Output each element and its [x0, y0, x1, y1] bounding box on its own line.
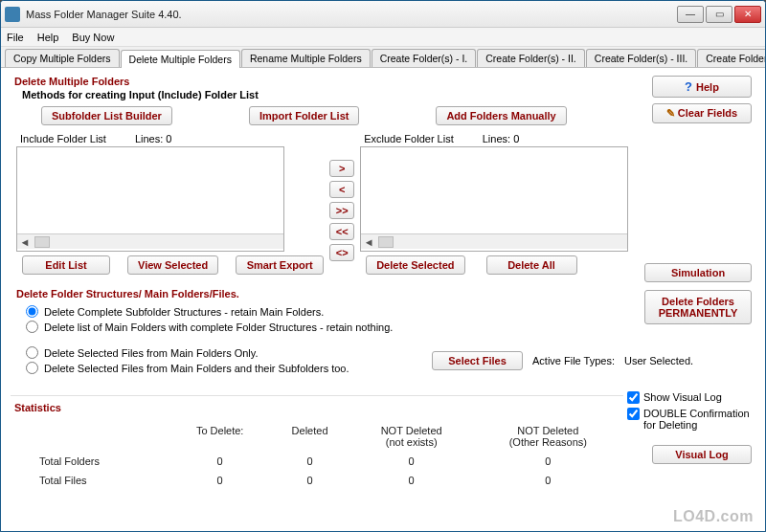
stats-col-notdel-ne: NOT Deleted(not exists): [350, 421, 473, 452]
app-icon: [5, 7, 20, 22]
smart-export-button[interactable]: Smart Export: [236, 255, 324, 275]
tab-create-1[interactable]: Create Folder(s) - I.: [372, 49, 477, 67]
statistics-heading: Statistics: [14, 402, 623, 413]
double-confirm-label: DOUBLE Confirmation for Deleting: [643, 408, 752, 431]
delete-folders-permanently-button[interactable]: Delete FoldersPERMANENTLY: [644, 290, 752, 324]
view-selected-button[interactable]: View Selected: [127, 255, 218, 275]
tab-create-4[interactable]: Create Folder -IV.: [697, 49, 766, 67]
stats-row-files-label: Total Files: [11, 471, 170, 490]
include-folder-listbox[interactable]: ◄: [16, 146, 284, 252]
move-right-button[interactable]: >: [329, 160, 354, 177]
delete-all-button[interactable]: Delete All: [486, 255, 577, 275]
simulation-button[interactable]: Simulation: [644, 263, 752, 282]
delete-opt-4-label: Delete Selected Files from Main Folders …: [44, 363, 349, 374]
visual-log-button[interactable]: Visual Log: [652, 445, 752, 464]
delete-selected-button[interactable]: Delete Selected: [366, 255, 464, 275]
double-confirm-checkbox[interactable]: [627, 408, 640, 420]
delete-opt-2-radio[interactable]: [26, 321, 38, 333]
active-file-types-label: Active File Types:: [532, 355, 615, 366]
statistics-panel: Statistics To Delete: Deleted NOT Delete…: [11, 395, 623, 490]
titlebar: Mass Folder Manager Suite 4.40. — ▭ ✕: [1, 1, 765, 28]
exclude-lines-value: 0: [513, 133, 519, 144]
clear-fields-button[interactable]: Clear Fields: [652, 103, 752, 123]
delete-opt-1-label: Delete Complete Subfolder Structures - r…: [44, 306, 324, 318]
tab-create-3[interactable]: Create Folder(s) - III.: [586, 49, 696, 67]
stats-col-notdel-other: NOT Deleted(Other Reasons): [473, 421, 623, 452]
tab-rename[interactable]: Rename Multiple Folders: [241, 49, 371, 67]
include-list-label: Include Folder List: [20, 133, 106, 144]
tab-copy[interactable]: Copy Multiple Folders: [5, 49, 120, 67]
stats-col-deleted: Deleted: [270, 421, 350, 452]
include-scrollbar[interactable]: ◄: [17, 233, 283, 249]
delete-opt-4-radio[interactable]: [26, 362, 38, 374]
table-row: Total Folders 0 0 0 0: [11, 452, 623, 471]
move-all-right-button[interactable]: >>: [329, 202, 354, 219]
move-all-left-button[interactable]: <<: [329, 223, 354, 240]
close-button[interactable]: ✕: [734, 6, 761, 23]
menubar: File Help Buy Now: [1, 28, 765, 47]
menu-help[interactable]: Help: [37, 32, 59, 43]
move-left-button[interactable]: <: [329, 181, 354, 198]
exclude-folder-listbox[interactable]: ◄: [360, 146, 628, 252]
exclude-scrollbar[interactable]: ◄: [361, 233, 627, 249]
menu-buynow[interactable]: Buy Now: [72, 32, 114, 43]
window-title: Mass Folder Manager Suite 4.40.: [26, 9, 677, 20]
select-files-button[interactable]: Select Files: [432, 351, 523, 370]
table-row: Total Files 0 0 0 0: [11, 471, 623, 490]
tab-content: Delete Multiple Folders Methods for crea…: [1, 68, 765, 531]
statistics-table: To Delete: Deleted NOT Deleted(not exist…: [11, 421, 623, 490]
show-visual-log-checkbox[interactable]: [627, 391, 640, 404]
include-lines-value: 0: [166, 133, 171, 144]
app-window: Mass Folder Manager Suite 4.40. — ▭ ✕ Fi…: [0, 0, 766, 532]
delete-opt-3-radio[interactable]: [26, 346, 38, 359]
exclude-lines-label: Lines:: [483, 133, 510, 144]
watermark: LO4D.com: [673, 508, 754, 525]
tab-create-2[interactable]: Create Folder(s) - II.: [477, 49, 585, 67]
minimize-button[interactable]: —: [677, 6, 704, 23]
include-lines-label: Lines:: [135, 133, 163, 144]
active-file-types-value: User Selected.: [624, 355, 693, 366]
add-folders-manually-button[interactable]: Add Folders Manually: [436, 106, 566, 125]
subfolder-list-builder-button[interactable]: Subfolder List Builder: [41, 106, 172, 125]
delete-opt-2-label: Delete list of Main Folders with complet…: [44, 321, 393, 333]
edit-list-button[interactable]: Edit List: [22, 255, 110, 275]
tab-strip: Copy Multiple Folders Delete Multiple Fo…: [1, 47, 765, 68]
help-button[interactable]: Help: [652, 76, 752, 98]
maximize-button[interactable]: ▭: [706, 6, 732, 23]
stats-row-folders-label: Total Folders: [11, 452, 170, 471]
exclude-list-label: Exclude Folder List: [364, 133, 454, 144]
show-visual-log-label: Show Visual Log: [643, 391, 722, 403]
delete-opt-3-label: Delete Selected Files from Main Folders …: [44, 347, 259, 359]
menu-file[interactable]: File: [7, 32, 24, 43]
import-folder-list-button[interactable]: Import Folder List: [249, 106, 360, 125]
delete-opt-1-radio[interactable]: [26, 305, 38, 318]
tab-delete[interactable]: Delete Multiple Folders: [121, 50, 240, 68]
stats-col-todelete: To Delete:: [170, 421, 270, 452]
swap-button[interactable]: <>: [329, 244, 354, 261]
